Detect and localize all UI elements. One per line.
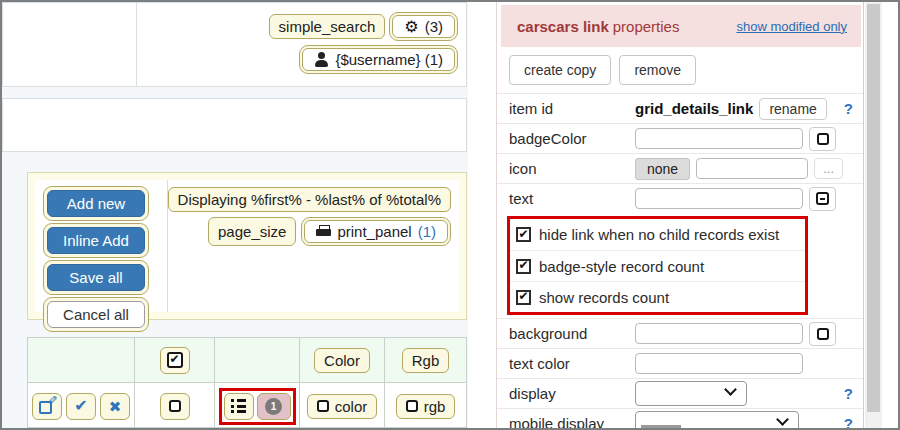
display-help-icon[interactable]: ? [844,385,853,402]
text-label: text [509,190,635,207]
show-records-label: show records count [539,289,669,306]
text-row: text [497,183,863,213]
color-swatch-icon [817,328,829,340]
header-column-divider [136,3,137,86]
details-list-item[interactable] [224,393,254,420]
table-body-cell: 1 [215,383,300,428]
print-panel-count: (1) [418,223,436,240]
text-editor-button[interactable] [809,187,836,211]
background-input[interactable] [635,323,803,344]
edit-item[interactable]: ✎ [32,393,62,420]
badge-color-picker-button[interactable] [809,127,836,151]
cancel-item[interactable]: ✖ [100,393,130,420]
inline-add-button[interactable]: Inline Add [47,227,145,254]
table-body-cell: ✎ ✔ ✖ [28,383,135,428]
checkbox-item[interactable] [160,393,190,420]
rgb-header-item[interactable]: Rgb [402,348,450,373]
hide-link-check-row: hide link when no child records exist [510,219,805,250]
panel-title-item-name: carscars link [517,18,609,35]
username-label: {$username} (1) [335,51,443,68]
badge-color-input[interactable] [635,128,803,149]
simple-search-item[interactable]: simple_search [269,14,386,39]
details-badge-item[interactable]: 1 [257,393,291,420]
username-item-wrapper[interactable]: {$username} (1) [299,45,458,74]
icon-none-button[interactable]: none [635,158,690,180]
next-row-partial-button [641,425,681,428]
table-header-cell: Rgb [385,338,466,382]
scrollbar-thumb[interactable] [867,4,880,412]
rgb-field-item[interactable]: rgb [396,394,456,419]
color-field-label: color [335,398,368,415]
header-layout-box: simple_search ⚙ (3) {$username} (1) [2,2,467,87]
add-new-button[interactable]: Add new [47,190,145,217]
grid-columns-table: ✔ Color Rgb ✎ ✔ [27,337,467,428]
hide-link-label: hide link when no child records exist [539,226,779,243]
text-input[interactable] [635,188,803,209]
badge-color-row: badgeColor [497,123,863,153]
properties-panel: carscars linkproperties show modified on… [496,2,864,428]
displaying-label: Displaying %first% - %last% of %total% [178,191,441,208]
checked-box-icon: ✔ [167,352,183,368]
page-size-label: page_size [218,223,286,240]
text-color-input[interactable] [635,353,803,374]
confirm-item[interactable]: ✔ [66,393,96,420]
table-body-cell: rgb [385,383,466,428]
user-icon [314,52,329,67]
panel-scrollbar[interactable] [865,2,882,428]
checkbox-header-item[interactable]: ✔ [160,347,190,374]
cancel-all-button[interactable]: Cancel all [47,301,145,328]
rename-button[interactable]: rename [759,98,826,120]
print-panel-label: print_panel [337,223,411,240]
print-panel-item[interactable]: print_panel (1) [301,217,451,246]
gear-item-wrapper[interactable]: ⚙ (3) [389,12,458,41]
color-header-item[interactable]: Color [314,348,370,373]
remove-button[interactable]: remove [619,55,696,85]
table-body-cell [135,383,215,428]
panel-title: carscars linkproperties [517,18,679,35]
inline-add-item[interactable]: Inline Add [43,223,149,258]
badge-style-checkbox[interactable] [516,259,531,274]
cancel-all-item[interactable]: Cancel all [43,297,149,332]
details-link-annotation: 1 [219,388,296,425]
displaying-item[interactable]: Displaying %first% - %last% of %total% [168,187,451,212]
icon-input[interactable] [696,158,808,179]
chevron-down-icon [776,413,789,426]
save-all-button[interactable]: Save all [47,264,145,291]
text-editor-icon [816,192,829,205]
hide-link-checkbox[interactable] [516,227,531,242]
gear-icon: ⚙ [404,19,418,35]
item-id-help-icon[interactable]: ? [844,100,853,117]
add-new-item[interactable]: Add new [43,186,149,221]
icon-label: icon [509,160,635,177]
display-row: display ? [497,378,863,408]
checkboxes-annotation-box: hide link when no child records exist ba… [507,216,808,315]
field-box-icon [317,400,329,412]
record-count-badge: 1 [265,398,282,415]
item-id-value: grid_details_link [635,100,753,117]
show-records-check-row: show records count [510,281,805,312]
background-row: background [497,318,863,348]
color-swatch-icon [817,133,829,145]
page-size-item[interactable]: page_size [208,217,296,246]
save-all-item[interactable]: Save all [43,260,149,295]
badge-style-label: badge-style record count [539,258,704,275]
show-records-checkbox[interactable] [516,290,531,305]
rgb-header-label: Rgb [412,352,440,369]
mobile-display-help-icon[interactable]: ? [844,415,853,430]
icon-browse-button[interactable]: ... [814,158,843,179]
table-header-cell: Color [300,338,385,382]
color-field-item[interactable]: color [307,394,378,419]
edit-icon: ✎ [39,398,55,414]
text-color-label: text color [509,355,635,372]
table-body-cell: color [300,383,385,428]
create-copy-button[interactable]: create copy [509,55,611,85]
check-icon: ✔ [74,398,87,414]
simple-search-label: simple_search [279,18,376,35]
display-select[interactable] [635,381,747,406]
show-modified-only-link[interactable]: show modified only [736,19,847,34]
background-picker-button[interactable] [809,322,836,346]
table-header-cell [28,338,135,382]
text-color-row: text color [497,348,863,378]
color-header-label: Color [324,352,360,369]
gear-count: (3) [425,18,443,35]
